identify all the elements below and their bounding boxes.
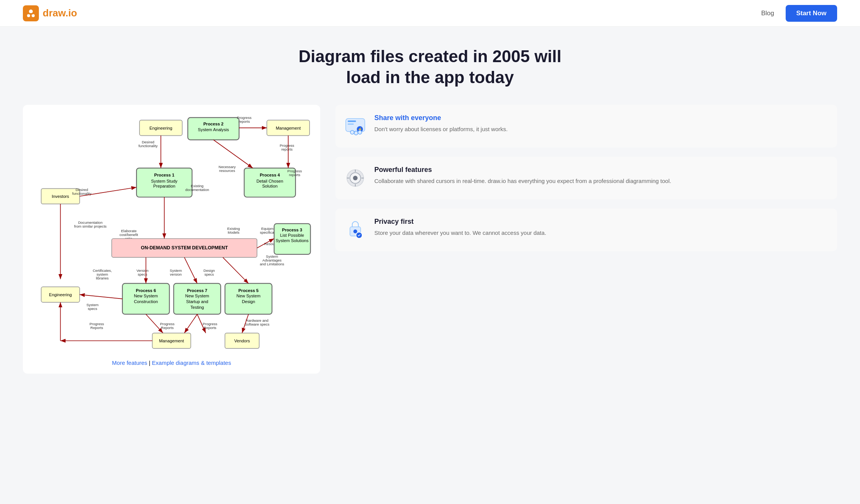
svg-text:Reports: Reports (161, 326, 174, 330)
svg-text:Process 3: Process 3 (282, 228, 302, 232)
svg-text:libraries: libraries (96, 276, 109, 280)
feature-card-privacy: Privacy first Store your data wherever y… (335, 209, 837, 251)
right-panel: ⚡ Share with everyone Don't worry about … (335, 105, 837, 251)
privacy-title: Privacy first (374, 218, 546, 226)
page-title: Diagram files created in 2005 will load … (23, 46, 837, 88)
diagram-svg: Engineering Process 2 System Analysis Ma… (30, 112, 313, 352)
svg-text:System Solutions: System Solutions (276, 238, 309, 243)
svg-text:reports: reports (289, 173, 300, 177)
logo: draw.io (23, 5, 77, 21)
svg-text:System Analysis: System Analysis (198, 127, 229, 132)
svg-rect-114 (348, 124, 354, 125)
svg-text:Process 6: Process 6 (136, 288, 156, 293)
svg-text:Process 2: Process 2 (203, 122, 223, 126)
logo-icon (23, 5, 39, 21)
svg-text:Detail Chosen: Detail Chosen (257, 179, 283, 183)
more-features-link[interactable]: More features (112, 360, 148, 366)
svg-text:and Limitations: and Limitations (260, 262, 284, 266)
diagram-container: Engineering Process 2 System Analysis Ma… (23, 105, 320, 374)
svg-text:Startup and: Startup and (186, 299, 208, 304)
svg-text:Solution: Solution (262, 184, 278, 188)
svg-text:Process 4: Process 4 (260, 173, 280, 177)
svg-text:Design: Design (242, 299, 255, 304)
main-content: Diagram files created in 2005 will load … (0, 27, 860, 389)
svg-text:Management: Management (159, 339, 184, 343)
powerful-text: Powerful features Collaborate with share… (374, 166, 671, 186)
svg-text:ON-DEMAND SYSTEM DEVELOPMENT: ON-DEMAND SYSTEM DEVELOPMENT (141, 245, 228, 250)
svg-point-117 (350, 130, 354, 134)
svg-text:documentation: documentation (185, 188, 209, 192)
nav-right: Blog Start Now (761, 5, 837, 22)
diagram-links: More features | Example diagrams & templ… (30, 360, 313, 366)
svg-text:List Possible: List Possible (280, 233, 304, 238)
privacy-icon (343, 218, 367, 242)
svg-text:Engineering: Engineering (149, 126, 172, 130)
svg-text:reports: reports (281, 147, 293, 151)
privacy-text: Privacy first Store your data wherever y… (374, 218, 546, 238)
powerful-title: Powerful features (374, 166, 671, 174)
blog-link[interactable]: Blog (761, 10, 774, 17)
svg-text:Reports: Reports (90, 326, 103, 330)
feature-card-share: ⚡ Share with everyone Don't worry about … (335, 105, 837, 148)
svg-rect-113 (348, 120, 356, 122)
svg-text:from similar projects: from similar projects (74, 224, 106, 228)
logo-text: draw.io (43, 7, 77, 19)
svg-text:Preparation: Preparation (153, 184, 175, 188)
svg-text:Process 7: Process 7 (187, 288, 207, 293)
svg-text:Construction: Construction (134, 299, 158, 304)
svg-text:Management: Management (276, 126, 301, 130)
svg-text:Reports: Reports (204, 326, 217, 330)
powerful-icon (343, 166, 367, 190)
svg-line-107 (185, 314, 197, 333)
svg-point-128 (353, 230, 357, 233)
share-icon: ⚡ (343, 114, 367, 138)
svg-text:functionality: functionality (138, 144, 157, 148)
svg-text:version: version (170, 272, 182, 276)
svg-text:Process 1: Process 1 (154, 173, 174, 177)
svg-text:resources: resources (219, 169, 235, 173)
share-text: Share with everyone Don't worry about li… (374, 114, 508, 134)
svg-line-87 (185, 257, 197, 283)
svg-text:New System: New System (236, 294, 260, 298)
feature-card-powerful: Powerful features Collaborate with share… (335, 157, 837, 199)
svg-line-91 (80, 295, 122, 299)
content-area: Engineering Process 2 System Analysis Ma… (23, 105, 837, 374)
svg-text:New System: New System (134, 294, 158, 298)
examples-link[interactable]: Example diagrams & templates (152, 360, 231, 366)
share-title: Share with everyone (374, 114, 508, 122)
svg-text:Engineering: Engineering (49, 292, 72, 297)
svg-line-88 (223, 257, 249, 283)
svg-text:Process 5: Process 5 (238, 288, 258, 293)
svg-text:specs: specs (88, 307, 97, 311)
powerful-desc: Collaborate with shared cursors in real-… (374, 177, 671, 186)
svg-text:New System: New System (185, 294, 209, 298)
svg-point-1 (27, 14, 30, 17)
svg-line-4 (31, 13, 33, 14)
svg-point-2 (32, 14, 35, 17)
share-desc: Don't worry about licenses or platforms,… (374, 125, 508, 134)
svg-point-122 (353, 176, 358, 180)
svg-point-119 (358, 130, 362, 134)
svg-text:System Study: System Study (151, 179, 178, 183)
svg-text:Models: Models (228, 230, 239, 234)
svg-text:specs: specs (204, 272, 214, 276)
svg-line-38 (213, 140, 253, 168)
navbar: draw.io Blog Start Now (0, 0, 860, 27)
svg-text:Vendors: Vendors (234, 339, 250, 343)
start-now-button[interactable]: Start Now (786, 5, 837, 22)
svg-line-3 (29, 13, 31, 14)
svg-text:Testing: Testing (191, 305, 204, 310)
privacy-desc: Store your data wherever you want to. We… (374, 229, 546, 238)
svg-text:Investors: Investors (52, 194, 69, 199)
svg-point-0 (29, 10, 33, 13)
svg-text:Software specs: Software specs (245, 322, 270, 326)
svg-text:reports: reports (239, 119, 250, 124)
svg-point-118 (354, 131, 358, 135)
